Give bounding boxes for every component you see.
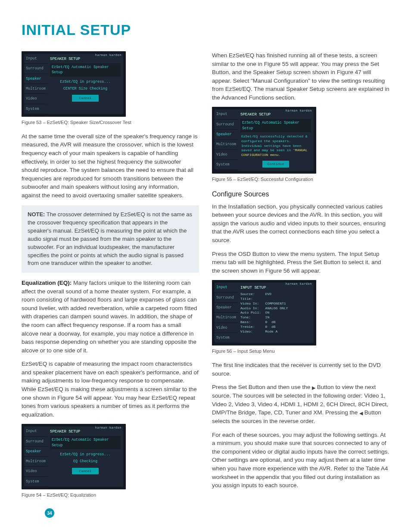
osd-tab-input: Input [215,283,238,292]
figure-54-caption: Figure 54 – EzSet/EQ: Equalization [22,492,199,499]
note-box: NOTE: The crossover determined by EzSet/… [22,205,199,273]
osd-tab-input: Input [24,426,47,436]
two-column-layout: harman kardon Input Surround Speaker Mul… [22,51,389,505]
cancel-button: Cancel [72,468,99,475]
osd-tab-surround: Surround [215,293,238,302]
body-paragraph: EzSet/EQ is capable of measuring the imp… [22,360,199,419]
osd-tab-multiroom: Multiroom [215,313,238,322]
body-paragraph: In the Installation section, you physica… [212,202,389,245]
osd-tab-video: Video [215,150,238,159]
note-text: The crossover determined by EzSet/EQ is … [28,211,192,266]
osd-key-value-list: Source: DVD Title: Video In: COMPONENT1 … [240,292,311,334]
osd-subtitle: EzSet/EQ Automatic Speaker Setup [50,63,121,77]
osd-tab-speaker: Speaker [24,74,47,84]
figure-53-screenshot: harman kardon Input Surround Speaker Mul… [22,51,126,117]
equalization-text: Many factors unique to the listening roo… [22,280,197,354]
osd-tab-surround: Surround [24,437,47,446]
figure-55-caption: Figure 55 – EzSet/EQ: Successful Configu… [212,176,389,183]
osd-status-line: CENTER Size Checking [50,85,121,92]
osd-tab-surround: Surround [215,120,238,129]
osd-tab-video: Video [24,94,47,103]
osd-subtitle: EzSet/EQ Automatic Speaker Setup [240,119,311,132]
osd-subtitle: EzSet/EQ Automatic Speaker Setup [50,436,121,449]
osd-message: EzSet/EQ successfully detected & configu… [240,134,311,158]
osd-status-line: EzSet/EQ in progress... [50,451,121,458]
osd-tabs: Input Surround Speaker Multiroom Video S… [24,426,47,487]
configure-sources-heading: Configure Sources [212,189,389,199]
osd-tab-input: Input [24,54,47,63]
body-paragraph: When EzSet/EQ has finished running all o… [212,51,389,102]
osd-status-line: EQ Checking [50,458,121,465]
osd-tab-multiroom: Multiroom [24,84,47,93]
osd-tabs: Input Surround Speaker Multiroom Video S… [215,109,238,171]
right-arrow-icon: ▶ [312,385,315,392]
page-number-badge: 34 [45,508,54,518]
body-paragraph: At the same time the overall size of the… [22,132,199,200]
brand-label: harman kardon [286,109,312,113]
osd-tab-speaker: Speaker [215,303,238,312]
brand-label: harman kardon [95,426,121,430]
note-label: NOTE: [28,211,45,218]
osd-tab-system: System [215,160,238,169]
osd-tab-multiroom: Multiroom [24,457,47,466]
osd-tab-speaker: Speaker [24,447,47,456]
body-paragraph: Press the Set Button and then use the ▶ … [212,383,389,426]
continue-button: Continue [262,161,289,168]
osd-status-line: EzSet/EQ in progress... [50,78,121,85]
osd-tab-system: System [215,333,238,342]
osd-tab-multiroom: Multiroom [215,140,238,149]
figure-56-screenshot: harman kardon Input Surround Speaker Mul… [212,280,316,345]
figure-53-caption: Figure 53 – EzSet/EQ: Speaker Size/Cross… [22,119,199,126]
osd-tabs: Input Surround Speaker Multiroom Video S… [24,54,47,114]
body-paragraph: The first line indicates that the receiv… [212,361,389,378]
figure-55-screenshot: harman kardon Input Surround Speaker Mul… [212,107,316,173]
osd-tab-surround: Surround [24,64,47,73]
equalization-label: Equalization (EQ): [22,280,72,286]
figure-54-screenshot: harman kardon Input Surround Speaker Mul… [22,424,126,489]
osd-tab-speaker: Speaker [215,130,238,139]
osd-tab-video: Video [215,323,238,333]
osd-tabs: Input Surround Speaker Multiroom Video S… [215,283,238,343]
figure-56-caption: Figure 56 – Input Setup Menu [212,348,389,355]
body-paragraph: For each of these sources, you may adjus… [212,431,389,490]
brand-label: harman kardon [95,53,121,57]
body-paragraph: Equalization (EQ): Many factors unique t… [22,279,199,355]
osd-tab-system: System [24,104,47,114]
right-column: When EzSet/EQ has finished running all o… [212,51,389,505]
brand-label: harman kardon [286,282,312,286]
osd-tab-system: System [24,477,47,486]
body-paragraph: Press the OSD Button to view the menu sy… [212,250,389,275]
cancel-button: Cancel [72,95,99,102]
page-title: INITIAL SETUP [22,22,389,38]
left-column: harman kardon Input Surround Speaker Mul… [22,51,199,505]
osd-tab-video: Video [24,467,47,476]
left-arrow-icon: ◀ [359,410,363,417]
osd-tab-input: Input [215,109,238,119]
